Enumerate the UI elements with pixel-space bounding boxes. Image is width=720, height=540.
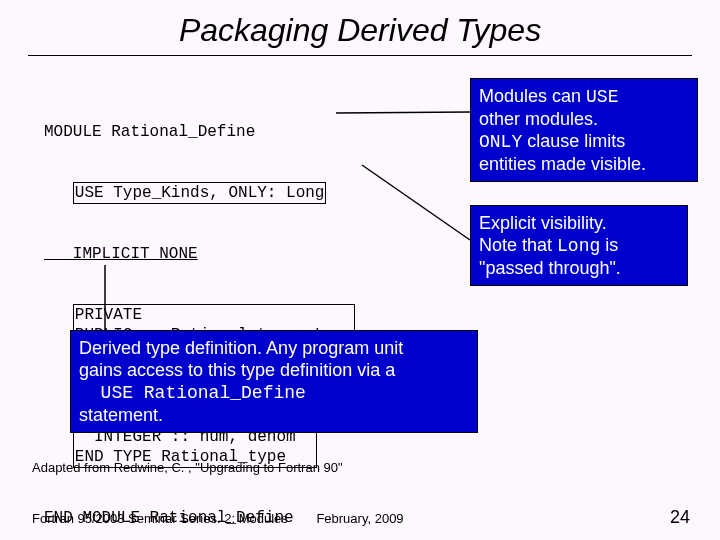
callout-derived-type: Derived type definition. Any program uni… xyxy=(70,330,478,433)
footer-citation: Adapted from Redwine, C. , "Upgrading to… xyxy=(32,460,343,475)
code-box-use: USE Type_Kinds, ONLY: Long xyxy=(73,182,327,204)
slide: Packaging Derived Types MODULE Rational_… xyxy=(0,0,720,540)
title-rule xyxy=(28,55,692,56)
footer-center: February, 2009 xyxy=(0,511,720,526)
callout-visibility: Explicit visibility. Note that Long is "… xyxy=(470,205,688,286)
page-number: 24 xyxy=(670,507,690,528)
slide-title: Packaging Derived Types xyxy=(0,0,720,55)
callout-use: Modules can USE other modules. ONLY clau… xyxy=(470,78,698,182)
svg-line-0 xyxy=(336,112,470,113)
code-line: MODULE Rational_Define xyxy=(44,122,355,142)
code-line: USE Type_Kinds, ONLY: Long xyxy=(44,182,355,204)
svg-line-1 xyxy=(362,165,470,240)
code-line: IMPLICIT NONE xyxy=(44,244,355,264)
